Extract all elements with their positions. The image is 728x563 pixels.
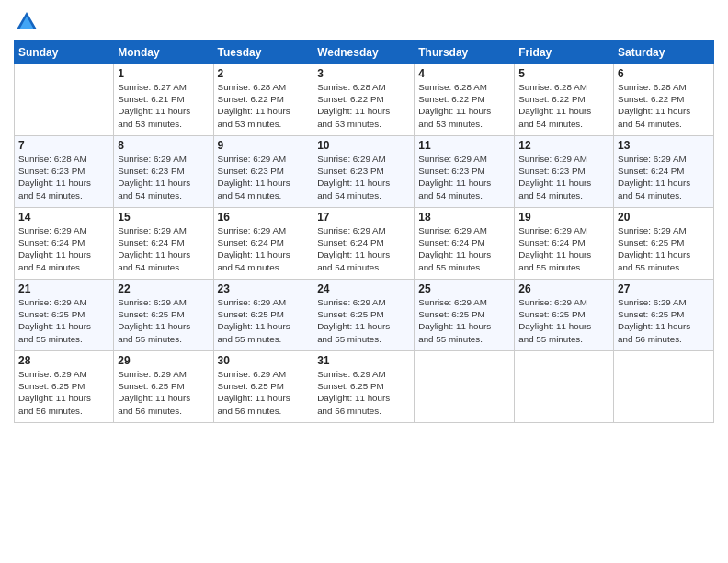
calendar-cell — [15, 64, 114, 136]
day-number: 14 — [18, 211, 109, 224]
calendar-cell: 11Sunrise: 6:29 AM Sunset: 6:23 PM Dayli… — [415, 136, 515, 208]
day-number: 16 — [218, 211, 310, 224]
day-number: 19 — [518, 211, 609, 224]
calendar-cell: 2Sunrise: 6:28 AM Sunset: 6:22 PM Daylig… — [213, 64, 313, 136]
day-info: Sunrise: 6:29 AM Sunset: 6:25 PM Dayligh… — [317, 296, 410, 345]
calendar-cell: 13Sunrise: 6:29 AM Sunset: 6:24 PM Dayli… — [614, 136, 714, 208]
day-info: Sunrise: 6:28 AM Sunset: 6:22 PM Dayligh… — [518, 81, 609, 130]
day-number: 6 — [618, 67, 710, 80]
day-info: Sunrise: 6:27 AM Sunset: 6:21 PM Dayligh… — [118, 81, 209, 130]
day-info: Sunrise: 6:28 AM Sunset: 6:22 PM Dayligh… — [218, 81, 310, 130]
calendar-table: SundayMondayTuesdayWednesdayThursdayFrid… — [14, 40, 714, 423]
day-info: Sunrise: 6:29 AM Sunset: 6:25 PM Dayligh… — [317, 368, 410, 417]
calendar-cell: 17Sunrise: 6:29 AM Sunset: 6:24 PM Dayli… — [313, 208, 415, 280]
day-info: Sunrise: 6:29 AM Sunset: 6:25 PM Dayligh… — [418, 296, 510, 345]
day-number: 30 — [218, 354, 310, 367]
calendar-cell: 26Sunrise: 6:29 AM Sunset: 6:25 PM Dayli… — [515, 280, 614, 351]
calendar-cell — [614, 351, 714, 423]
day-number: 11 — [418, 139, 510, 152]
day-number: 23 — [218, 282, 310, 295]
day-number: 10 — [317, 139, 410, 152]
calendar-cell — [515, 351, 614, 423]
day-info: Sunrise: 6:29 AM Sunset: 6:25 PM Dayligh… — [218, 296, 310, 345]
calendar-cell: 4Sunrise: 6:28 AM Sunset: 6:22 PM Daylig… — [415, 64, 515, 136]
day-info: Sunrise: 6:29 AM Sunset: 6:24 PM Dayligh… — [118, 224, 209, 273]
calendar-cell: 28Sunrise: 6:29 AM Sunset: 6:25 PM Dayli… — [15, 351, 114, 423]
day-info: Sunrise: 6:29 AM Sunset: 6:24 PM Dayligh… — [518, 224, 609, 273]
day-info: Sunrise: 6:28 AM Sunset: 6:22 PM Dayligh… — [418, 81, 510, 130]
calendar-cell: 7Sunrise: 6:28 AM Sunset: 6:23 PM Daylig… — [15, 136, 114, 208]
day-info: Sunrise: 6:29 AM Sunset: 6:25 PM Dayligh… — [118, 296, 209, 345]
day-info: Sunrise: 6:29 AM Sunset: 6:25 PM Dayligh… — [618, 224, 710, 273]
day-info: Sunrise: 6:29 AM Sunset: 6:23 PM Dayligh… — [518, 153, 609, 201]
day-info: Sunrise: 6:29 AM Sunset: 6:23 PM Dayligh… — [218, 153, 310, 201]
day-number: 9 — [218, 139, 310, 152]
calendar-week-row: 28Sunrise: 6:29 AM Sunset: 6:25 PM Dayli… — [15, 351, 714, 423]
calendar-header-row: SundayMondayTuesdayWednesdayThursdayFrid… — [15, 41, 714, 64]
calendar-cell: 22Sunrise: 6:29 AM Sunset: 6:25 PM Dayli… — [114, 280, 213, 351]
day-info: Sunrise: 6:29 AM Sunset: 6:23 PM Dayligh… — [317, 153, 410, 201]
day-number: 21 — [18, 282, 109, 295]
day-number: 7 — [18, 139, 109, 152]
day-number: 17 — [317, 211, 410, 224]
calendar-week-row: 21Sunrise: 6:29 AM Sunset: 6:25 PM Dayli… — [15, 280, 714, 351]
day-number: 22 — [118, 282, 209, 295]
calendar-cell: 30Sunrise: 6:29 AM Sunset: 6:25 PM Dayli… — [213, 351, 313, 423]
calendar-week-row: 7Sunrise: 6:28 AM Sunset: 6:23 PM Daylig… — [15, 136, 714, 208]
calendar-cell: 12Sunrise: 6:29 AM Sunset: 6:23 PM Dayli… — [515, 136, 614, 208]
calendar-cell: 25Sunrise: 6:29 AM Sunset: 6:25 PM Dayli… — [415, 280, 515, 351]
calendar-cell: 20Sunrise: 6:29 AM Sunset: 6:25 PM Dayli… — [614, 208, 714, 280]
day-info: Sunrise: 6:29 AM Sunset: 6:25 PM Dayligh… — [18, 296, 109, 345]
calendar-cell: 27Sunrise: 6:29 AM Sunset: 6:25 PM Dayli… — [614, 280, 714, 351]
day-info: Sunrise: 6:29 AM Sunset: 6:25 PM Dayligh… — [618, 296, 710, 345]
day-info: Sunrise: 6:29 AM Sunset: 6:23 PM Dayligh… — [118, 153, 209, 201]
day-number: 12 — [518, 139, 609, 152]
day-info: Sunrise: 6:28 AM Sunset: 6:22 PM Dayligh… — [317, 81, 410, 130]
calendar-cell: 29Sunrise: 6:29 AM Sunset: 6:25 PM Dayli… — [114, 351, 213, 423]
day-info: Sunrise: 6:29 AM Sunset: 6:24 PM Dayligh… — [418, 224, 510, 273]
calendar-header-wednesday: Wednesday — [313, 41, 415, 64]
day-info: Sunrise: 6:29 AM Sunset: 6:23 PM Dayligh… — [418, 153, 510, 201]
calendar-week-row: 14Sunrise: 6:29 AM Sunset: 6:24 PM Dayli… — [15, 208, 714, 280]
day-number: 28 — [18, 354, 109, 367]
day-number: 24 — [317, 282, 410, 295]
calendar-cell: 14Sunrise: 6:29 AM Sunset: 6:24 PM Dayli… — [15, 208, 114, 280]
calendar-cell: 24Sunrise: 6:29 AM Sunset: 6:25 PM Dayli… — [313, 280, 415, 351]
day-number: 5 — [518, 67, 609, 80]
day-number: 29 — [118, 354, 209, 367]
calendar-cell: 19Sunrise: 6:29 AM Sunset: 6:24 PM Dayli… — [515, 208, 614, 280]
day-info: Sunrise: 6:29 AM Sunset: 6:25 PM Dayligh… — [518, 296, 609, 345]
day-number: 31 — [317, 354, 410, 367]
day-info: Sunrise: 6:29 AM Sunset: 6:25 PM Dayligh… — [18, 368, 109, 417]
calendar-week-row: 1Sunrise: 6:27 AM Sunset: 6:21 PM Daylig… — [15, 64, 714, 136]
day-info: Sunrise: 6:29 AM Sunset: 6:25 PM Dayligh… — [118, 368, 209, 417]
calendar-cell: 15Sunrise: 6:29 AM Sunset: 6:24 PM Dayli… — [114, 208, 213, 280]
day-number: 27 — [618, 282, 710, 295]
calendar-cell: 21Sunrise: 6:29 AM Sunset: 6:25 PM Dayli… — [15, 280, 114, 351]
day-number: 3 — [317, 67, 410, 80]
day-number: 15 — [118, 211, 209, 224]
calendar-header-thursday: Thursday — [415, 41, 515, 64]
day-info: Sunrise: 6:28 AM Sunset: 6:23 PM Dayligh… — [18, 153, 109, 201]
calendar-cell: 18Sunrise: 6:29 AM Sunset: 6:24 PM Dayli… — [415, 208, 515, 280]
calendar-cell: 5Sunrise: 6:28 AM Sunset: 6:22 PM Daylig… — [515, 64, 614, 136]
calendar-header-sunday: Sunday — [15, 41, 114, 64]
logo — [14, 9, 43, 35]
calendar-cell: 23Sunrise: 6:29 AM Sunset: 6:25 PM Dayli… — [213, 280, 313, 351]
header-row — [14, 9, 714, 35]
calendar-cell: 6Sunrise: 6:28 AM Sunset: 6:22 PM Daylig… — [614, 64, 714, 136]
day-number: 2 — [218, 67, 310, 80]
logo-icon — [14, 9, 40, 35]
day-info: Sunrise: 6:28 AM Sunset: 6:22 PM Dayligh… — [618, 81, 710, 130]
day-info: Sunrise: 6:29 AM Sunset: 6:24 PM Dayligh… — [218, 224, 310, 273]
day-number: 13 — [618, 139, 710, 152]
day-number: 18 — [418, 211, 510, 224]
calendar-header-tuesday: Tuesday — [213, 41, 313, 64]
calendar-cell: 16Sunrise: 6:29 AM Sunset: 6:24 PM Dayli… — [213, 208, 313, 280]
day-number: 1 — [118, 67, 209, 80]
day-info: Sunrise: 6:29 AM Sunset: 6:25 PM Dayligh… — [218, 368, 310, 417]
page-container: SundayMondayTuesdayWednesdayThursdayFrid… — [0, 0, 728, 432]
calendar-cell: 1Sunrise: 6:27 AM Sunset: 6:21 PM Daylig… — [114, 64, 213, 136]
calendar-cell: 10Sunrise: 6:29 AM Sunset: 6:23 PM Dayli… — [313, 136, 415, 208]
day-number: 20 — [618, 211, 710, 224]
